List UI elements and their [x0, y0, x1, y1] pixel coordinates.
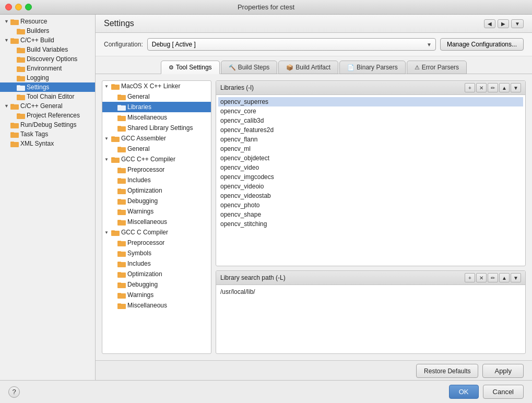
tree-item-preprocessor-c[interactable]: Preprocessor: [102, 238, 211, 248]
header-menu-btn[interactable]: ▼: [511, 19, 524, 28]
tree-item-label: Miscellaneous: [127, 218, 167, 226]
library-item[interactable]: opencv_objdetect: [218, 153, 523, 163]
tree-item-optimization-c[interactable]: Optimization: [102, 269, 211, 279]
sidebar-item-xml-syntax[interactable]: XML Syntax: [0, 139, 95, 148]
svg-rect-17: [17, 94, 20, 96]
library-item[interactable]: opencv_core: [218, 106, 523, 116]
tab-binary-parsers[interactable]: 📄Binary Parsers: [339, 61, 406, 74]
tab-error-parsers[interactable]: ⚠Error Parsers: [407, 61, 467, 74]
tree-item-libraries[interactable]: Libraries: [102, 102, 211, 112]
svg-rect-69: [117, 293, 121, 294]
tree-item-general-linker[interactable]: General: [102, 91, 211, 102]
folder-icon: [10, 131, 19, 138]
svg-rect-21: [17, 113, 20, 115]
tree-item-optimization-cpp[interactable]: Optimization: [102, 185, 211, 196]
libraries-up-btn[interactable]: ▲: [499, 83, 510, 92]
svg-rect-55: [117, 220, 121, 221]
window-title: Properties for ctest: [238, 3, 294, 11]
header-forward-btn[interactable]: ▶: [498, 19, 509, 28]
library-search-up-btn[interactable]: ▲: [499, 273, 510, 282]
tree-item-includes-c[interactable]: Includes: [102, 258, 211, 269]
library-item[interactable]: opencv_imgcodecs: [218, 172, 523, 182]
tree-folder-icon: [117, 208, 126, 215]
tab-label-error-parsers: Error Parsers: [422, 64, 459, 71]
libraries-remove-btn[interactable]: ✕: [476, 83, 487, 92]
tree-item-preprocessor-cpp[interactable]: Preprocessor: [102, 164, 211, 175]
apply-button[interactable]: Apply: [482, 364, 524, 378]
sidebar-item-environment[interactable]: Environment: [0, 64, 95, 73]
tree-item-gcc-c-compiler[interactable]: ▼ GCC C Compiler: [102, 227, 211, 238]
library-search-add-btn[interactable]: +: [465, 273, 475, 282]
tree-item-gcc-assembler[interactable]: ▼ GCC Assembler: [102, 133, 211, 144]
tree-item-miscellaneous-cpp[interactable]: Miscellaneous: [102, 217, 211, 227]
tree-item-symbols-c[interactable]: Symbols: [102, 248, 211, 258]
library-item[interactable]: opencv_superres: [218, 97, 523, 106]
svg-rect-27: [10, 141, 14, 143]
tree-item-debugging-cpp[interactable]: Debugging: [102, 196, 211, 206]
tree-item-miscellaneous-linker[interactable]: Miscellaneous: [102, 112, 211, 123]
header-back-btn[interactable]: ◀: [484, 19, 495, 28]
svg-rect-13: [17, 76, 20, 77]
sidebar-item-tool-chain-editor[interactable]: Tool Chain Editor: [0, 92, 95, 101]
tab-build-steps[interactable]: 🔨Build Steps: [221, 61, 278, 74]
library-item[interactable]: opencv_calib3d: [218, 116, 523, 125]
cancel-button[interactable]: Cancel: [483, 385, 524, 399]
tree-panel: ▼ MacOS X C++ Linker General Libraries M…: [102, 80, 211, 354]
close-button[interactable]: [5, 4, 12, 10]
tab-build-artifact[interactable]: 📦Build Artifact: [278, 61, 338, 74]
svg-rect-53: [117, 209, 121, 211]
sidebar-item-task-tags[interactable]: Task Tags: [0, 129, 95, 139]
folder-icon: [17, 93, 25, 100]
library-item[interactable]: opencv_features2d: [218, 125, 523, 135]
sidebar-item-run-debug-settings[interactable]: Run/Debug Settings: [0, 120, 95, 129]
tree-item-warnings-c[interactable]: Warnings: [102, 290, 211, 300]
manage-configurations-button[interactable]: Manage Configurations...: [440, 38, 524, 51]
tree-folder-icon: [117, 198, 126, 205]
library-item[interactable]: opencv_photo: [218, 200, 523, 210]
sidebar-item-cpp-general[interactable]: ▼ C/C++ General: [0, 101, 95, 111]
sidebar-item-build-variables[interactable]: Build Variables: [0, 45, 95, 54]
tab-label-binary-parsers: Binary Parsers: [357, 64, 398, 71]
tree-item-general-assembler[interactable]: General: [102, 144, 211, 154]
tree-item-debugging-c[interactable]: Debugging: [102, 279, 211, 290]
tree-folder-icon: [117, 219, 126, 226]
libraries-edit-btn[interactable]: ✏: [488, 83, 498, 92]
library-item[interactable]: opencv_video: [218, 163, 523, 172]
svg-rect-43: [111, 157, 115, 159]
tree-item-warnings-cpp[interactable]: Warnings: [102, 206, 211, 217]
libraries-add-btn[interactable]: +: [465, 83, 475, 92]
minimize-button[interactable]: [15, 4, 22, 10]
library-item[interactable]: opencv_ml: [218, 144, 523, 153]
library-item[interactable]: opencv_stitching: [218, 219, 523, 229]
folder-icon: [17, 84, 25, 91]
library-item[interactable]: opencv_shape: [218, 210, 523, 219]
library-item[interactable]: opencv_flann: [218, 135, 523, 144]
tree-item-macosx-linker[interactable]: ▼ MacOS X C++ Linker: [102, 81, 211, 91]
tree-expand-arrow: ▼: [104, 157, 111, 162]
library-search-down-btn[interactable]: ▼: [511, 273, 521, 282]
tree-item-shared-library-settings[interactable]: Shared Library Settings: [102, 123, 211, 133]
tree-item-miscellaneous-c[interactable]: Miscellaneous: [102, 300, 211, 311]
sidebar-item-project-references[interactable]: Project References: [0, 111, 95, 120]
library-search-item[interactable]: /usr/local/lib/: [218, 287, 523, 297]
sidebar-item-resource[interactable]: ▼ Resource: [0, 17, 95, 26]
ok-button[interactable]: OK: [449, 385, 479, 399]
sidebar-item-settings[interactable]: Settings: [0, 82, 95, 92]
tree-item-gcc-cpp-compiler[interactable]: ▼ GCC C++ Compiler: [102, 154, 211, 164]
config-select[interactable]: Debug [ Active ]: [147, 38, 436, 51]
sidebar-item-discovery-options[interactable]: Discovery Options: [0, 54, 95, 64]
library-search-remove-btn[interactable]: ✕: [476, 273, 487, 282]
tab-tool-settings[interactable]: ⚙Tool Settings: [161, 61, 220, 74]
sidebar-item-logging[interactable]: Logging: [0, 73, 95, 82]
library-item[interactable]: opencv_videoio: [218, 182, 523, 191]
tree-folder-icon: [117, 104, 126, 111]
libraries-down-btn[interactable]: ▼: [511, 83, 521, 92]
library-item[interactable]: opencv_videostab: [218, 191, 523, 200]
help-button[interactable]: ?: [8, 386, 20, 398]
restore-defaults-button[interactable]: Restore Defaults: [416, 364, 478, 378]
library-search-edit-btn[interactable]: ✏: [488, 273, 498, 282]
tree-item-includes-cpp[interactable]: Includes: [102, 175, 211, 185]
maximize-button[interactable]: [25, 4, 32, 10]
sidebar-item-builders[interactable]: Builders: [0, 26, 95, 35]
sidebar-item-cpp-build[interactable]: ▼ C/C++ Build: [0, 35, 95, 45]
